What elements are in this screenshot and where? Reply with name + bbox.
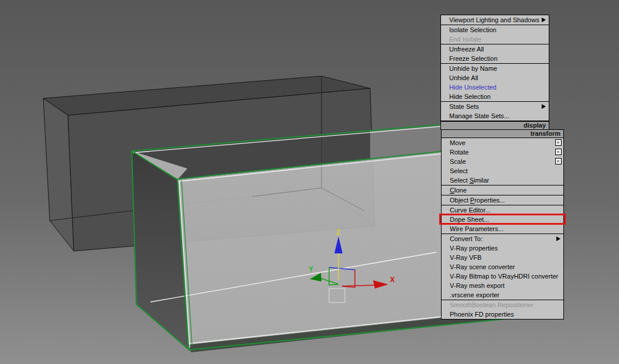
menu-group: Unfreeze AllFreeze Selection	[440, 44, 549, 64]
menu-item-unfreeze-all[interactable]: Unfreeze All	[441, 44, 549, 54]
menu-item-label: Scale	[450, 158, 466, 165]
menu-item-select[interactable]: Select	[442, 166, 563, 176]
menu-item-label: Freeze Selection	[449, 55, 498, 62]
menu-item-phoenix-fd-properties[interactable]: Phoenix FD properties	[442, 310, 563, 319]
menu-item-freeze-selection[interactable]: Freeze Selection	[441, 54, 549, 63]
menu-item-label: Hide Selection	[449, 93, 491, 100]
submenu-arrow-icon	[542, 18, 546, 22]
menu-item-label: Clone	[450, 187, 467, 194]
menu-item-label: State Sets	[449, 103, 479, 110]
menu-group: Isolate SelectionEnd Isolate	[440, 25, 549, 44]
menu-item-label: V-Ray mesh export	[450, 282, 505, 289]
menu-group: Object Properties...	[441, 195, 564, 205]
menu-item-label: Isolate Selection	[449, 26, 497, 33]
menu-item-state-sets[interactable]: State Sets	[441, 102, 549, 111]
menu-item-label: Viewport Lighting and Shadows	[449, 16, 539, 23]
menu-group: Convert To:V-Ray propertiesV-Ray VFBV-Ra…	[441, 233, 564, 300]
display-quad-menu: Viewport Lighting and ShadowsIsolate Sel…	[440, 15, 549, 130]
transform-quad-menu: transform MoveRotateScaleSelectSelect Si…	[441, 129, 564, 320]
menu-item-label: Phoenix FD properties	[450, 311, 514, 318]
menu-group: SmoothBoolean RepositionerPhoenix FD pro…	[441, 300, 564, 320]
z-axis-label: Z	[336, 228, 340, 236]
menu-item-label: Manage State Sets...	[449, 112, 509, 119]
menu-item-v-ray-mesh-export[interactable]: V-Ray mesh export	[442, 281, 563, 290]
menu-item-label: Curve Editor...	[450, 207, 491, 214]
menu-item-select-similar[interactable]: Select Similar	[442, 176, 563, 185]
menu-item-smoothboolean-repositioner[interactable]: SmoothBoolean Repositioner	[442, 300, 563, 310]
menu-group: Viewport Lighting and Shadows	[440, 15, 549, 25]
menu-item-vrscene-exporter[interactable]: .vrscene exporter	[442, 290, 563, 300]
menu-item-v-ray-bitmap-to-vrayhdri-converter[interactable]: V-Ray Bitmap to VRayHDRI converter	[442, 272, 563, 281]
menu-item-label: V-Ray properties	[450, 245, 498, 252]
menu-item-label: Wire Parameters...	[450, 225, 504, 232]
menu-item-label: Object Properties...	[450, 197, 505, 204]
menu-item-label: V-Ray Bitmap to VRayHDRI converter	[450, 273, 558, 280]
menu-item-label: Unfreeze All	[449, 46, 484, 53]
x-axis-label: X	[390, 276, 395, 284]
menu-item-scale[interactable]: Scale	[442, 157, 563, 166]
viewport[interactable]: Z X Y Viewport Lighting and ShadowsIsola…	[0, 0, 619, 364]
menu-item-object-properties[interactable]: Object Properties...	[442, 195, 563, 205]
menu-item-clone[interactable]: Clone	[442, 186, 563, 195]
menu-item-label: Dope Sheet...	[450, 216, 489, 223]
menu-item-v-ray-vfb[interactable]: V-Ray VFB	[442, 253, 563, 262]
menu-item-hide-selection[interactable]: Hide Selection	[441, 92, 549, 101]
menu-group: State SetsManage State Sets...	[440, 101, 549, 121]
menu-item-v-ray-properties[interactable]: V-Ray properties	[442, 243, 563, 253]
menu-item-wire-parameters[interactable]: Wire Parameters...	[442, 224, 563, 233]
menu-item-manage-state-sets[interactable]: Manage State Sets...	[441, 111, 549, 121]
menu-item-dope-sheet[interactable]: Dope Sheet...	[442, 215, 563, 224]
move-settings-icon[interactable]	[555, 139, 562, 146]
submenu-arrow-icon	[542, 104, 546, 109]
menu-item-rotate[interactable]: Rotate	[442, 147, 563, 157]
menu-item-hide-unselected[interactable]: Hide Unselected	[441, 83, 549, 92]
y-axis-label: Y	[309, 265, 313, 273]
menu-item-label: Convert To:	[450, 235, 483, 242]
menu-item-isolate-selection[interactable]: Isolate Selection	[441, 25, 549, 35]
menu-item-end-isolate[interactable]: End Isolate	[441, 35, 549, 44]
menu-item-label: Unhide All	[449, 74, 478, 81]
menu-group: Curve Editor...Dope Sheet...Wire Paramet…	[441, 205, 564, 234]
menu-item-v-ray-scene-converter[interactable]: V-Ray scene converter	[442, 262, 563, 272]
menu-item-curve-editor[interactable]: Curve Editor...	[442, 205, 563, 215]
menu-item-viewport-lighting-and-shadows[interactable]: Viewport Lighting and Shadows	[441, 15, 549, 25]
transform-menu-header: transform	[441, 129, 564, 138]
menu-item-label: Hide Unselected	[449, 84, 497, 91]
rotate-settings-icon[interactable]	[555, 149, 562, 155]
menu-item-convert-to[interactable]: Convert To:	[442, 234, 563, 243]
menu-item-label: .vrscene exporter	[450, 291, 500, 298]
menu-item-move[interactable]: Move	[442, 138, 563, 147]
menu-item-label: Select	[450, 167, 468, 174]
menu-item-label: V-Ray scene converter	[450, 263, 515, 270]
menu-group: MoveRotateScaleSelectSelect Similar	[441, 138, 564, 186]
scale-settings-icon[interactable]	[555, 158, 562, 164]
menu-item-label: End Isolate	[449, 36, 481, 43]
menu-item-label: Select Similar	[450, 177, 489, 184]
menu-item-label: Unhide by Name	[449, 65, 497, 72]
menu-item-unhide-by-name[interactable]: Unhide by Name	[441, 64, 549, 73]
display-menu-header: display	[440, 121, 549, 130]
menu-item-label: Move	[450, 139, 466, 146]
menu-item-unhide-all[interactable]: Unhide All	[441, 73, 549, 83]
menu-item-label: V-Ray VFB	[450, 254, 481, 261]
menu-item-label: Rotate	[450, 149, 468, 156]
menu-item-label: SmoothBoolean Repositioner	[450, 301, 533, 308]
menu-group: Clone	[441, 185, 564, 195]
submenu-arrow-icon	[556, 236, 560, 241]
menu-group: Unhide by NameUnhide AllHide UnselectedH…	[440, 63, 549, 102]
